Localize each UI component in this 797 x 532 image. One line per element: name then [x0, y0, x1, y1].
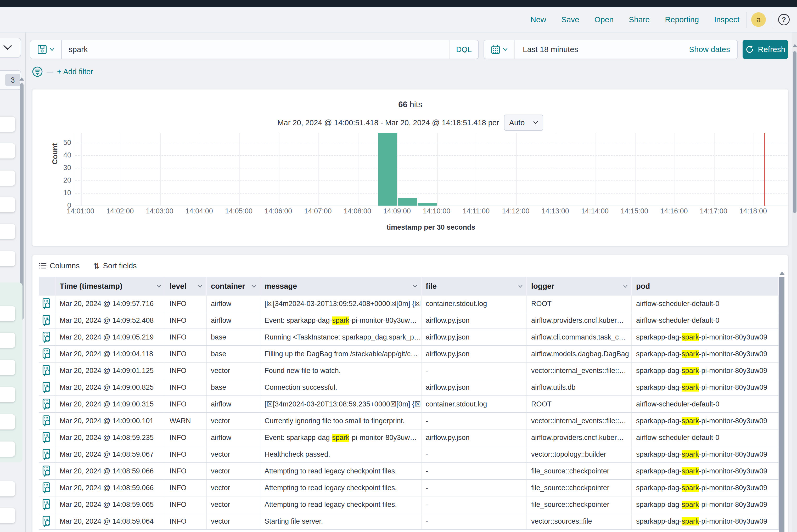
- cell-file: -: [422, 446, 527, 462]
- sidebar-field-card[interactable]: [0, 481, 15, 496]
- expand-row-button[interactable]: [39, 413, 55, 429]
- header-cell-time[interactable]: Time (timestamp): [55, 277, 165, 296]
- expand-row-button[interactable]: [39, 379, 55, 396]
- expand-row-button[interactable]: [39, 446, 55, 462]
- table-scrollbar[interactable]: [779, 277, 784, 532]
- sort-fields-button[interactable]: ⇅ Sort fields: [93, 261, 136, 270]
- nav-link-reporting[interactable]: Reporting: [665, 15, 699, 24]
- table-row[interactable]: Mar 20, 2024 @ 14:09:05.219INFObaseRunni…: [39, 329, 779, 346]
- expand-row-button[interactable]: [39, 312, 55, 328]
- expand-row-button[interactable]: [39, 296, 55, 312]
- table-row[interactable]: Mar 20, 2024 @ 14:08:59.067INFOvectorHea…: [39, 446, 779, 463]
- cell-message: Attempting to read legacy checkpoint fil…: [260, 463, 422, 479]
- header-cell-file[interactable]: file: [422, 277, 527, 296]
- sidebar-field-card[interactable]: [0, 387, 15, 402]
- table-row[interactable]: Mar 20, 2024 @ 14:08:59.066INFOvectorAtt…: [39, 480, 779, 496]
- highlighted-term: spark: [682, 333, 699, 341]
- cell-logger: file_source::checkpointer: [527, 496, 632, 513]
- table-row[interactable]: Mar 20, 2024 @ 14:09:00.825INFObaseConne…: [39, 379, 779, 396]
- y-gridline: [75, 180, 787, 181]
- sidebar-field-card[interactable]: [0, 171, 15, 186]
- table-row[interactable]: Mar 20, 2024 @ 14:09:57.716INFOairflow[☒…: [39, 296, 779, 312]
- header-cell-message[interactable]: message: [260, 277, 422, 296]
- sidebar-field-card[interactable]: [0, 306, 15, 321]
- expand-row-button[interactable]: [39, 362, 55, 379]
- histogram-bar[interactable]: [418, 203, 437, 206]
- nav-link-new[interactable]: New: [531, 15, 546, 24]
- expand-row-button[interactable]: [39, 329, 55, 345]
- expand-row-button[interactable]: [39, 396, 55, 412]
- cell-logger: file_source::checkpointer: [527, 480, 632, 496]
- histogram-bar[interactable]: [378, 133, 397, 206]
- cell-logger: file_source::checkpointer: [527, 463, 632, 479]
- y-gridline: [75, 143, 787, 143]
- hits-count: 66: [398, 100, 407, 109]
- expand-row-button[interactable]: [39, 496, 55, 513]
- x-gridline: [397, 133, 398, 206]
- sidebar-field-card[interactable]: [0, 508, 15, 523]
- x-gridline: [318, 133, 319, 206]
- header-cell-pod[interactable]: pod: [632, 277, 779, 296]
- cell-level: INFO: [165, 463, 207, 479]
- saved-query-menu-button[interactable]: [30, 40, 62, 59]
- show-dates-link[interactable]: Show dates: [689, 45, 737, 54]
- columns-button[interactable]: Columns: [39, 262, 79, 270]
- x-gridline: [81, 133, 82, 206]
- histogram-bar[interactable]: [398, 198, 417, 206]
- field-count-badge: 3: [5, 74, 20, 86]
- interval-select[interactable]: Auto: [504, 115, 543, 131]
- nav-link-share[interactable]: Share: [629, 15, 650, 24]
- sidebar-field-card[interactable]: [0, 441, 15, 457]
- sidebar-field-count-card[interactable]: 3: [0, 70, 21, 90]
- header-cell-level[interactable]: level: [165, 277, 207, 296]
- sidebar-field-card[interactable]: [0, 333, 15, 348]
- table-row[interactable]: Mar 20, 2024 @ 14:09:00.101WARNvectorCur…: [39, 413, 779, 430]
- search-input[interactable]: spark: [62, 45, 449, 54]
- nav-link-save[interactable]: Save: [561, 15, 579, 24]
- table-row[interactable]: Mar 20, 2024 @ 14:08:59.064INFOvectorSta…: [39, 513, 779, 530]
- table-row[interactable]: Mar 20, 2024 @ 14:09:00.315INFOairflow[☒…: [39, 396, 779, 413]
- table-row[interactable]: Mar 20, 2024 @ 14:09:04.118INFObaseFilli…: [39, 346, 779, 362]
- sidebar-field-card[interactable]: [0, 117, 15, 132]
- add-filter-button[interactable]: + Add filter: [57, 68, 93, 76]
- cell-file: container.stdout.log: [422, 396, 527, 412]
- sidebar-field-card[interactable]: [0, 414, 15, 430]
- page-scrollbar[interactable]: [793, 51, 796, 213]
- table-row[interactable]: Mar 20, 2024 @ 14:08:59.066INFOvectorAtt…: [39, 463, 779, 480]
- table-row[interactable]: Mar 20, 2024 @ 14:08:59.065INFOvectorAtt…: [39, 496, 779, 513]
- x-gridline: [674, 133, 675, 206]
- expand-row-button[interactable]: [39, 513, 55, 529]
- quick-select-menu-button[interactable]: [484, 40, 515, 59]
- expand-row-button[interactable]: [39, 430, 55, 446]
- refresh-icon: [745, 45, 754, 54]
- sidebar-field-card[interactable]: [0, 224, 15, 239]
- expand-row-button[interactable]: [39, 346, 55, 362]
- user-avatar[interactable]: a: [751, 12, 766, 27]
- sidebar-field-card[interactable]: [0, 251, 15, 266]
- filter-bar: — + Add filter: [32, 66, 93, 77]
- expand-document-icon: [42, 348, 52, 360]
- table-row[interactable]: Mar 20, 2024 @ 14:09:01.125INFOvectorFou…: [39, 362, 779, 379]
- cell-file: airflow.py.json: [422, 329, 527, 345]
- refresh-button[interactable]: Refresh: [743, 40, 788, 59]
- table-scroll-up-arrow[interactable]: [780, 271, 784, 274]
- sidebar-field-card[interactable]: ×: [0, 197, 15, 212]
- query-language-button[interactable]: DQL: [449, 40, 478, 59]
- sidebar-scroll-up-arrow[interactable]: [19, 77, 24, 80]
- page-scroll-up-arrow[interactable]: [793, 44, 797, 47]
- chevron-down-icon: [623, 285, 628, 288]
- header-cell-logger[interactable]: logger: [527, 277, 632, 296]
- expand-row-button[interactable]: [39, 480, 55, 496]
- sidebar-field-card[interactable]: [0, 360, 15, 375]
- nav-link-open[interactable]: Open: [594, 15, 614, 24]
- filter-icon[interactable]: [32, 66, 43, 77]
- time-range-value[interactable]: Last 18 minutes: [515, 45, 689, 54]
- help-icon[interactable]: ?: [778, 14, 790, 25]
- expand-row-button[interactable]: [39, 463, 55, 479]
- header-cell-container[interactable]: container: [207, 277, 260, 296]
- table-row[interactable]: Mar 20, 2024 @ 14:08:59.235INFOairflowEv…: [39, 430, 779, 446]
- nav-link-inspect[interactable]: Inspect: [714, 15, 739, 24]
- table-row[interactable]: Mar 20, 2024 @ 14:09:52.408INFOairflowEv…: [39, 312, 779, 329]
- sidebar-field-card[interactable]: [0, 143, 15, 158]
- sidebar-collapse-button[interactable]: [0, 38, 21, 58]
